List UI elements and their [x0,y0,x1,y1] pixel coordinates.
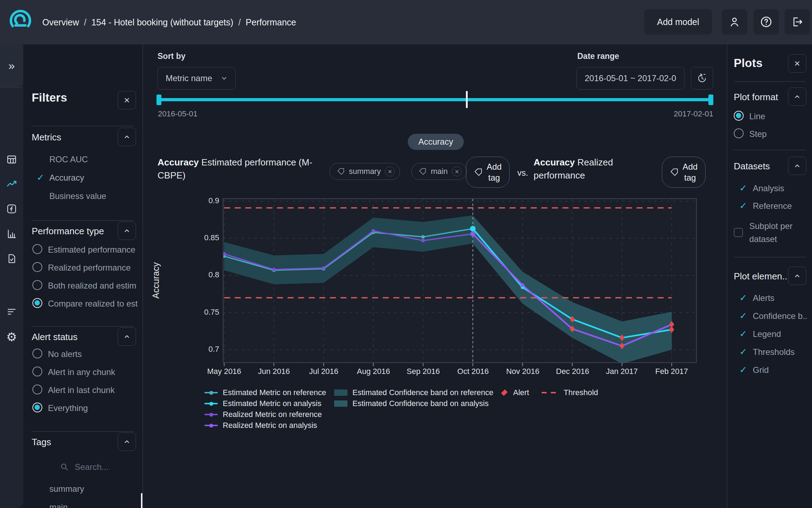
collapse-metrics-button[interactable] [118,128,136,146]
collapse-performance-type-button[interactable] [118,222,136,240]
close-plots-button[interactable] [788,54,806,73]
help-button[interactable] [753,9,779,35]
radio-step-format[interactable] [734,128,744,138]
radio-realized-performance[interactable] [32,262,42,272]
tags-search-input[interactable] [75,462,142,472]
tag-pill-label: summary [349,167,381,176]
slider-handle-end[interactable] [708,95,713,105]
legend-label: Alert [513,388,529,397]
date-range-slider[interactable] [158,98,713,101]
breadcrumb-overview[interactable]: Overview [42,17,79,28]
tag-pill-summary[interactable]: summary [330,163,400,180]
radio-compare-realized-estimated[interactable] [32,298,42,308]
tag-pill-main[interactable]: main [411,163,467,180]
element-legend[interactable]: Legend [753,329,781,339]
add-tag-label: Add [487,162,502,171]
filters-title: Filters [32,91,67,104]
sort-by-dropdown[interactable]: Metric name [158,67,236,90]
subplot-per-dataset-label[interactable]: Subplot per dataset [749,219,806,246]
remove-tag-button[interactable] [385,167,395,176]
remove-tag-button[interactable] [452,167,462,176]
user-account-button[interactable] [722,9,747,35]
add-model-button[interactable]: Add model [644,9,712,35]
radio-label[interactable]: Line [749,111,765,121]
breadcrumb-separator: / [84,17,86,28]
legend-label: Realized Metric on analysis [223,421,317,430]
slider-handle-start[interactable] [156,95,161,105]
radio-label[interactable]: Step [749,129,767,139]
metrics-section-title: Metrics [32,132,61,143]
element-confidence-band[interactable]: Confidence b.. [753,311,807,321]
rail-item-logs[interactable] [0,302,23,321]
radio-label[interactable]: Realized performance [48,263,131,273]
radio-line-format[interactable] [734,111,744,121]
add-tag-button-left[interactable]: Add tag [466,157,510,188]
performance-type-section-title: Performance type [32,226,104,237]
add-tag-button-right[interactable]: Add tag [662,157,706,188]
datasets-title: Datasets [734,161,770,172]
radio-no-alerts[interactable] [32,349,42,358]
tag-item-main[interactable]: main [49,502,68,508]
rail-item-bar-chart[interactable] [0,225,23,243]
add-tag-label: tag [684,173,696,182]
reset-date-range-button[interactable] [691,67,713,90]
element-thresholds[interactable]: Thresholds [753,347,795,357]
tag-item-summary[interactable]: summary [49,484,84,494]
legend-swatch-line [204,403,218,404]
close-icon [388,170,392,174]
metric-badge[interactable]: Accuracy [408,134,464,150]
legend-label: Threshold [564,388,598,397]
breadcrumb-model[interactable]: 154 - Hotel booking (without targets) [91,17,233,28]
x-tick-label: Feb 2017 [655,367,688,376]
rail-item-performance[interactable] [0,175,23,193]
table-icon [6,154,17,165]
collapse-tags-button[interactable] [118,433,136,451]
element-grid[interactable]: Grid [753,365,769,375]
subplot-per-dataset-checkbox[interactable] [734,228,743,237]
dataset-analysis[interactable]: Analysis [753,183,784,193]
performance-line-chart[interactable] [223,198,697,367]
date-range-input[interactable] [577,67,684,90]
collapse-alert-status-button[interactable] [118,327,136,346]
radio-label[interactable]: Alert in any chunk [48,367,115,377]
metric-item-accuracy[interactable]: Accuracy [49,173,84,183]
tag-pill-label: main [431,167,448,176]
radio-everything[interactable] [32,403,42,412]
icon-rail [0,44,23,508]
rail-item-settings[interactable] [0,328,23,346]
plot-elements-title: Plot elemen... [734,271,787,282]
radio-estimated-performance[interactable] [32,244,42,254]
x-tick-label: Dec 2016 [556,367,589,376]
divider [32,126,134,126]
logout-button[interactable] [785,9,810,35]
collapse-plot-format-button[interactable] [788,87,806,106]
x-tick-label: Jun 2016 [258,367,290,376]
app-window: Overview / 154 - Hotel booking (without … [0,0,812,508]
radio-alert-any-chunk[interactable] [32,367,42,376]
metric-item-roc-auc[interactable]: ROC AUC [49,155,88,164]
double-chevron-icon [8,59,15,72]
collapse-datasets-button[interactable] [788,157,806,175]
metric-item-business-value[interactable]: Business value [49,191,106,201]
rail-item-table[interactable] [0,150,23,169]
radio-alert-last-chunk[interactable] [32,385,42,394]
radio-label[interactable]: No alerts [48,349,82,359]
rail-item-function[interactable] [0,200,23,218]
slider-analysis-marker [466,91,468,108]
radio-both-realized-estimated[interactable] [32,280,42,290]
dataset-reference[interactable]: Reference [753,201,792,211]
history-icon [697,73,707,84]
radio-label[interactable]: Everything [48,403,88,413]
radio-label[interactable]: Alert in last chunk [48,385,115,395]
rail-item-reports[interactable] [0,249,23,268]
nannyml-logo-icon[interactable] [8,8,33,33]
expand-sidebar-button[interactable] [0,44,23,87]
radio-label[interactable]: Compare realized to est [48,299,138,309]
element-alerts[interactable]: Alerts [753,293,774,303]
chevron-down-icon [221,75,228,82]
tag-icon [419,168,426,175]
close-filters-button[interactable] [118,91,136,109]
collapse-plot-elements-button[interactable] [788,267,806,285]
radio-label[interactable]: Both realized and estim [48,281,136,291]
radio-label[interactable]: Estimated performance [48,245,135,255]
